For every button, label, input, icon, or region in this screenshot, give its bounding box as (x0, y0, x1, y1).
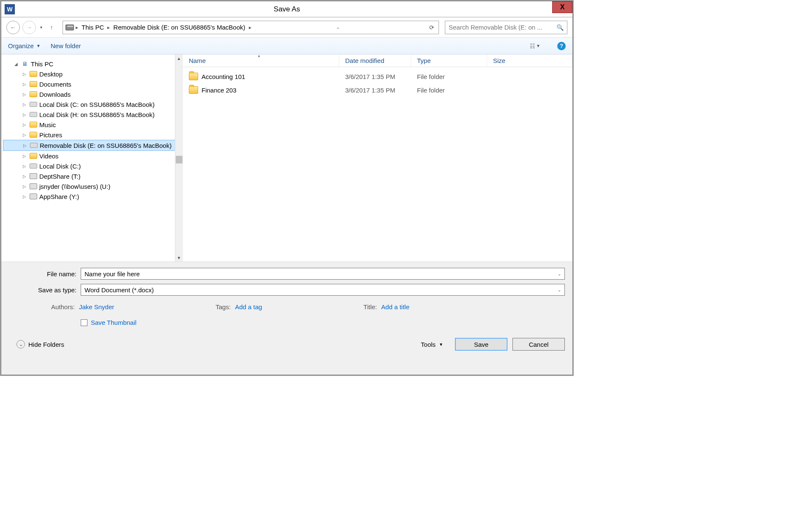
search-icon: 🔍 (556, 24, 564, 31)
expand-icon[interactable]: ▷ (22, 82, 27, 87)
tree-scrollbar[interactable]: ▲ ▼ (175, 54, 183, 261)
save-thumbnail-checkbox[interactable] (81, 319, 87, 326)
forward-button[interactable]: → (22, 21, 36, 34)
file-type: File folder (411, 87, 487, 94)
cancel-button[interactable]: Cancel (512, 338, 565, 351)
saveastype-row: Save as type: Word Document (*.docx) ⌄ (9, 284, 565, 296)
scroll-up-icon[interactable]: ▲ (175, 54, 183, 62)
dialog-bottom: File name: ⌄ Save as type: Word Document… (1, 261, 572, 358)
file-row[interactable]: Accounting 1013/6/2017 1:35 PMFile folde… (183, 70, 572, 83)
chevron-down-icon[interactable]: ⌄ (554, 272, 561, 276)
tree-item[interactable]: ▷Local Disk (C:) (3, 161, 181, 171)
hide-folders-label: Hide Folders (28, 341, 64, 348)
file-name: Accounting 101 (202, 73, 245, 80)
authors-label: Authors: (51, 303, 75, 310)
up-button[interactable]: ↑ (46, 22, 57, 33)
breadcrumb-sep-icon: ▸ (107, 24, 110, 30)
title-label: Title: (363, 303, 377, 310)
saveastype-value: Word Document (*.docx) (84, 286, 154, 294)
tree-item[interactable]: ▷Pictures (3, 130, 181, 140)
tree-label: DeptShare (T:) (39, 173, 81, 180)
collapse-icon[interactable]: ◢ (13, 62, 19, 66)
hide-folders-button[interactable]: ⌄ Hide Folders (16, 340, 64, 348)
tree-label: This PC (31, 60, 53, 68)
tags-value[interactable]: Add a tag (235, 303, 262, 310)
saveastype-combo[interactable]: Word Document (*.docx) ⌄ (81, 284, 565, 296)
search-box[interactable]: 🔍 (445, 21, 567, 34)
folder-icon (29, 152, 38, 160)
search-input[interactable] (449, 24, 556, 31)
expand-icon[interactable]: ▷ (22, 133, 27, 137)
window-title: Save As (274, 5, 300, 14)
authors-value[interactable]: Jake Snyder (79, 303, 114, 310)
back-button[interactable]: ← (6, 21, 20, 34)
tools-dropdown[interactable]: Tools ▼ (421, 341, 443, 348)
tree-item-this-pc[interactable]: ◢ 🖥 This PC (3, 59, 181, 69)
save-button[interactable]: Save (455, 338, 507, 351)
address-dropdown-icon[interactable]: ⌄ (336, 25, 340, 30)
tree-item[interactable]: ▷Local Disk (H: on SSU68865's MacBook) (3, 109, 181, 120)
tree-item[interactable]: ▷Desktop (3, 69, 181, 79)
expand-icon[interactable]: ▷ (22, 194, 27, 199)
column-name[interactable]: Name ▲ (183, 54, 339, 67)
folder-icon (29, 90, 38, 98)
tree-item[interactable]: ▷Removable Disk (E: on SSU68865's MacBoo… (3, 140, 181, 151)
expand-icon[interactable]: ▷ (22, 112, 27, 117)
expand-icon[interactable]: ▷ (22, 164, 27, 169)
expand-icon[interactable]: ▷ (22, 102, 27, 107)
expand-icon[interactable]: ▷ (22, 92, 27, 97)
column-type[interactable]: Type (411, 54, 487, 67)
new-folder-button[interactable]: New folder (51, 42, 81, 49)
refresh-button[interactable]: ⟳ (428, 23, 436, 32)
expand-icon[interactable]: ▷ (22, 143, 28, 148)
collapse-pane-icon: ⌄ (16, 340, 25, 348)
title-value[interactable]: Add a title (381, 303, 409, 310)
help-button[interactable]: ? (557, 42, 566, 50)
breadcrumb-sep-icon: ▸ (76, 24, 78, 30)
saveastype-label: Save as type: (9, 286, 81, 294)
expand-icon[interactable]: ▷ (22, 72, 27, 76)
column-date[interactable]: Date modified (339, 54, 411, 67)
metadata-row: Authors: Jake Snyder Tags: Add a tag Tit… (9, 300, 565, 314)
tree-item[interactable]: ▷jsnyder (\\bow\users) (U:) (3, 181, 181, 191)
network-drive-icon (29, 172, 38, 180)
tree-item[interactable]: ▷DeptShare (T:) (3, 171, 181, 181)
close-button[interactable]: X (552, 1, 572, 13)
chevron-down-icon[interactable]: ⌄ (554, 288, 561, 292)
tree-item[interactable]: ▷Local Disk (C: on SSU68865's MacBook) (3, 99, 181, 109)
folder-icon (29, 131, 38, 139)
view-options-button[interactable]: ☷ ▼ (530, 43, 540, 49)
address-bar[interactable]: ▸ This PC ▸ Removable Disk (E: on SSU688… (63, 21, 439, 34)
breadcrumb-item[interactable]: This PC (80, 24, 106, 31)
tree-item[interactable]: ▷Documents (3, 79, 181, 89)
tree-item[interactable]: ▷AppShare (Y:) (3, 191, 181, 201)
expand-icon[interactable]: ▷ (22, 122, 27, 127)
column-size[interactable]: Size (487, 54, 572, 67)
expand-icon[interactable]: ▷ (22, 174, 27, 179)
file-rows: Accounting 1013/6/2017 1:35 PMFile folde… (183, 67, 572, 261)
navigation-tree[interactable]: ◢ 🖥 This PC ▷Desktop▷Documents▷Downloads… (1, 54, 183, 261)
scroll-down-icon[interactable]: ▼ (175, 254, 183, 261)
word-app-icon: W (5, 4, 15, 14)
tree-item[interactable]: ▷Downloads (3, 89, 181, 99)
tree-item[interactable]: ▷Music (3, 120, 181, 130)
tree-item[interactable]: ▷Videos (3, 151, 181, 161)
recent-locations-dropdown[interactable]: ▾ (38, 25, 44, 30)
tree-label: Documents (39, 81, 71, 88)
sort-asc-icon: ▲ (257, 54, 261, 58)
breadcrumb-item[interactable]: Removable Disk (E: on SSU68865's MacBook… (112, 24, 247, 31)
scroll-thumb[interactable] (176, 156, 183, 163)
save-as-dialog: W Save As X ← → ▾ ↑ ▸ This PC ▸ Removabl… (1, 1, 573, 375)
filename-combo[interactable]: ⌄ (81, 268, 565, 280)
disk-icon (29, 111, 38, 118)
disk-icon (30, 142, 38, 149)
column-name-label: Name (189, 57, 206, 64)
file-row[interactable]: Finance 2033/6/2017 1:35 PMFile folder (183, 83, 572, 97)
expand-icon[interactable]: ▷ (22, 154, 27, 158)
filename-input[interactable] (84, 270, 554, 278)
organize-button[interactable]: Organize ▼ (8, 42, 41, 49)
chevron-down-icon: ▼ (536, 44, 540, 48)
expand-icon[interactable]: ▷ (22, 184, 27, 189)
folder-icon (29, 121, 38, 128)
disk-icon (29, 162, 38, 170)
